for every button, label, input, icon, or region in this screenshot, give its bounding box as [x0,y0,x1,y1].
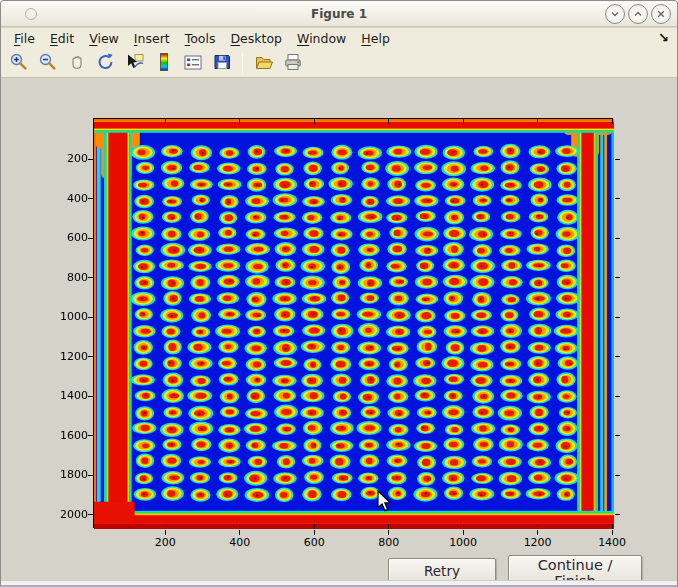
axes: 2004006008001000120014002004006008001000… [93,118,613,528]
menu-tools[interactable]: Tools [185,31,216,46]
axis-tick [615,475,620,476]
x-tick-label: 800 [359,536,419,549]
axis-tick [88,435,94,436]
print-icon [283,52,303,75]
insert-legend-icon [183,52,203,75]
axis-tick [612,530,613,535]
y-tick-label: 1200 [44,350,88,363]
rotate-3d-icon [96,52,116,75]
axis-tick [463,119,464,124]
axis-tick [388,524,389,529]
window-bottom-strip [1,580,677,585]
y-tick-label: 1600 [44,429,88,442]
menu-edit[interactable]: Edit [50,31,74,46]
minimize-button[interactable] [605,4,625,24]
y-tick-label: 2000 [44,508,88,521]
titlebar[interactable]: Figure 1 [1,1,677,27]
close-button[interactable] [651,4,671,24]
toolbar-rotate-3d-button[interactable] [93,51,118,76]
toolbar-colorbar-button[interactable] [151,51,176,76]
toolbar [1,49,677,78]
figure-canvas: 2004006008001000120014002004006008001000… [1,79,677,585]
axis-tick [537,524,538,529]
axis-tick [615,514,620,515]
axis-tick [388,119,389,124]
axis-tick [88,159,94,160]
x-tick-label: 1400 [582,536,642,549]
menu-desktop[interactable]: Desktop [230,31,282,46]
toolbar-insert-legend-button[interactable] [180,51,205,76]
axis-tick [615,435,620,436]
axis-tick [615,317,620,318]
toolbar-save-button[interactable] [209,51,234,76]
x-tick-label: 600 [284,536,344,549]
window-controls [605,4,671,24]
axis-tick [314,119,315,124]
menu-help[interactable]: Help [361,31,390,46]
chevron-down-icon [609,5,621,24]
save-icon [212,52,232,75]
x-tick-label: 200 [135,536,195,549]
axis-tick [615,277,620,278]
menu-file[interactable]: File [14,31,35,46]
axis-tick [88,356,94,357]
chevron-up-icon [632,5,644,24]
axis-tick [314,530,315,535]
axis-tick [88,238,94,239]
continue-finish-button[interactable]: Continue / Finish [508,555,642,583]
zoom-out-icon [38,52,58,75]
toolbar-data-cursor-button[interactable] [122,51,147,76]
figure-window: Figure 1 FileEditViewInsertToolsDesktopW… [0,0,678,587]
axis-tick [239,119,240,124]
axis-tick [615,198,620,199]
menu-window[interactable]: Window [297,31,346,46]
toolbar-open-button[interactable] [251,51,276,76]
menu-view[interactable]: View [89,31,119,46]
axis-tick [537,119,538,124]
axis-tick [612,524,613,529]
x-tick-label: 1200 [508,536,568,549]
pan-icon [67,52,87,75]
axis-tick [165,119,166,124]
y-tick-label: 1800 [44,468,88,481]
axis-tick [463,530,464,535]
toolbar-separator [242,53,243,73]
colorbar-icon [154,52,174,75]
dock-figure-arrow-icon[interactable]: ↘ [658,30,669,45]
toolbar-pan-button[interactable] [64,51,89,76]
y-tick-label: 200 [44,152,88,165]
data-cursor-icon [125,52,145,75]
axis-tick [388,530,389,535]
y-tick-label: 600 [44,231,88,244]
y-tick-label: 1000 [44,310,88,323]
window-menu-icon[interactable] [25,8,37,20]
axis-tick [165,530,166,535]
axis-tick [88,198,94,199]
axis-tick [88,277,94,278]
axis-tick [537,530,538,535]
maximize-button[interactable] [628,4,648,24]
axis-tick [615,238,620,239]
open-icon [254,52,274,75]
zoom-in-icon [9,52,29,75]
y-tick-label: 400 [44,192,88,205]
toolbar-zoom-out-button[interactable] [35,51,60,76]
axis-tick [612,119,613,124]
x-tick-label: 400 [210,536,270,549]
toolbar-print-button[interactable] [280,51,305,76]
axis-tick [615,356,620,357]
window-title: Figure 1 [1,7,677,21]
axis-tick [463,524,464,529]
axis-tick [239,524,240,529]
y-tick-label: 1400 [44,389,88,402]
toolbar-zoom-in-button[interactable] [6,51,31,76]
heatmap-image[interactable] [94,119,614,529]
x-icon [655,5,667,24]
axis-tick [88,514,94,515]
axis-tick [239,530,240,535]
axis-tick [88,396,94,397]
y-tick-label: 800 [44,271,88,284]
menu-insert[interactable]: Insert [134,31,170,46]
x-tick-label: 1000 [433,536,493,549]
axis-tick [615,159,620,160]
